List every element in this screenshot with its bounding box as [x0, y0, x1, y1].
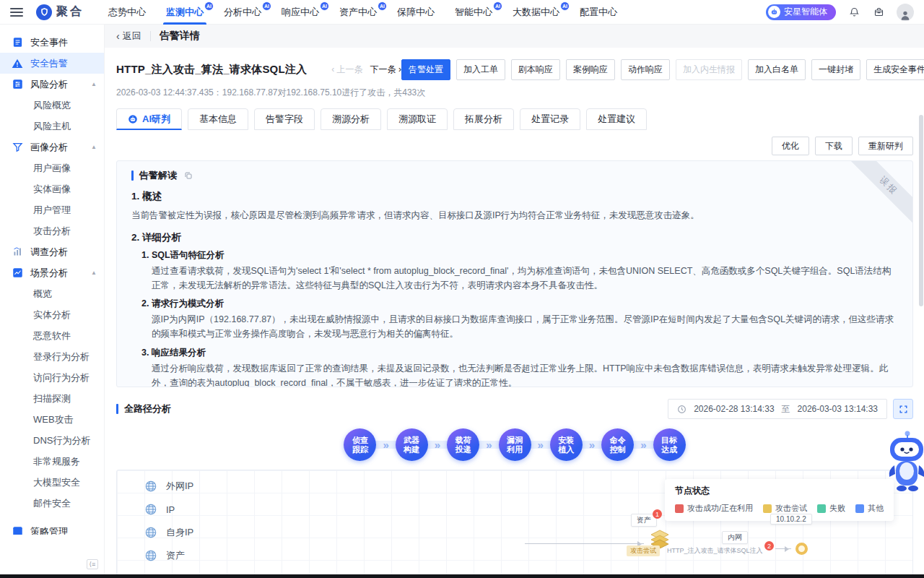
chevrons-right-icon: » — [486, 439, 492, 451]
tab-alert-fields[interactable]: 告警字段 — [254, 108, 315, 130]
sidebar-item-unusual-service[interactable]: 非常规服务 — [0, 451, 104, 472]
nav-analysis-center[interactable]: 分析中心AI — [224, 0, 261, 25]
kill-chain-install[interactable]: 安装植入 — [550, 428, 583, 461]
agent-pill-label: 安星智能体 — [784, 6, 827, 18]
sidebar-item-login-behavior[interactable]: 登录行为分析 — [0, 346, 104, 367]
nav-intelligence-center[interactable]: 智能中心AI — [455, 0, 492, 25]
target-node[interactable] — [796, 543, 808, 555]
nav-config-center[interactable]: 配置中心 — [580, 0, 617, 25]
sidebar-item-risk-overview[interactable]: 风险概览 — [0, 95, 104, 116]
ai-badge: AI — [493, 1, 502, 11]
sidebar-item-user-management[interactable]: 用户管理 — [0, 199, 104, 220]
sidebar-item-access-behavior[interactable]: 访问行为分析 — [0, 367, 104, 388]
optimize-button[interactable]: 优化 — [772, 137, 809, 155]
create-incident-button[interactable]: 生成安全事件 — [866, 59, 924, 80]
chevrons-right-icon: » — [538, 439, 544, 451]
sidebar-item-partial[interactable]: 策略管理 — [0, 525, 104, 535]
attack-path-graph[interactable]: 外网IP IP 自身IP 资产 节点状态 — [116, 470, 913, 578]
main-content: ‹返回 告警详情 HTTP_注入攻击_算法_请求体SQL注入 ‹ 上一条 下一条… — [105, 25, 924, 578]
chevron-up-icon: ▲ — [91, 81, 97, 87]
tab-trace-forensics[interactable]: 溯源取证 — [387, 108, 448, 130]
sidebar-item-overview[interactable]: 概览 — [0, 283, 104, 304]
sidebar-item-profile-analysis[interactable]: 画像分析▲ — [0, 137, 104, 158]
sidebar-item-scan-detection[interactable]: 扫描探测 — [0, 388, 104, 409]
chevron-up-icon: ▲ — [91, 144, 97, 150]
overview-body: 当前告警被定性为误报，核心原因是尽管检测到高频异常请求，但请求内容、目标接口及源… — [131, 208, 897, 223]
sidebar-item-security-alerts[interactable]: 安全告警 — [0, 53, 104, 74]
breadcrumb: ‹返回 告警详情 — [105, 25, 924, 48]
graph-node-tag[interactable]: 资产1 — [631, 514, 657, 527]
download-button[interactable]: 下载 — [815, 137, 853, 155]
count-badge: 2 — [764, 541, 774, 551]
hamburger-menu-icon[interactable] — [10, 8, 23, 17]
add-whitelist-button[interactable]: 加入白名单 — [748, 59, 806, 80]
notification-bell-icon[interactable] — [847, 6, 860, 19]
date-range-picker[interactable]: 2026-02-28 13:14:33 至 2026-03-03 13:14:3… — [668, 399, 887, 419]
nav-guarantee-center[interactable]: 保障中心 — [397, 0, 435, 25]
tab-basic-info[interactable]: 基本信息 — [188, 108, 248, 130]
graph-edge-label: HTTP_注入攻击_请求体SQL注入 — [667, 546, 763, 556]
legend-swatch — [763, 504, 772, 513]
ai-badge: AI — [378, 1, 387, 11]
copy-icon[interactable] — [184, 171, 193, 180]
sidebar-item-entity-profile[interactable]: 实体画像 — [0, 178, 104, 199]
tab-extended-analysis[interactable]: 拓展分析 — [453, 108, 514, 130]
next-alert-button[interactable]: 下一条 › — [370, 64, 401, 76]
action-response-button[interactable]: 动作响应 — [621, 59, 670, 80]
prev-alert-button[interactable]: ‹ 上一条 — [331, 64, 362, 76]
kill-chain-delivery[interactable]: 载荷投递 — [447, 428, 479, 461]
sidebar-item-web-attack[interactable]: WEB攻击 — [0, 409, 104, 430]
kill-chain-recon[interactable]: 侦查跟踪 — [344, 428, 376, 461]
ai-badge: AI — [204, 1, 214, 11]
assistant-mascot[interactable] — [886, 428, 924, 503]
globe-icon — [144, 480, 157, 493]
kill-chain-objective[interactable]: 目标达成 — [653, 428, 686, 461]
handle-alert-button[interactable]: 告警处置 — [401, 59, 450, 80]
add-to-ticket-button[interactable]: 加入工单 — [456, 59, 505, 80]
legend-item: 攻击尝试 — [763, 503, 807, 514]
kill-chain-exploit[interactable]: 漏洞利用 — [499, 428, 531, 461]
sidebar-item-entity-analysis[interactable]: 实体分析 — [0, 304, 104, 325]
sidebar-item-scenario-analysis[interactable]: 场景分析▲ — [0, 262, 104, 283]
risk-analysis-icon — [12, 79, 23, 90]
tab-disposal-advice[interactable]: 处置建议 — [586, 108, 647, 130]
one-click-block-button[interactable]: 一键封堵 — [811, 59, 860, 80]
tab-trace-analysis[interactable]: 溯源分析 — [321, 108, 381, 130]
back-button[interactable]: ‹返回 — [116, 30, 141, 43]
sidebar-item-security-events[interactable]: 安全事件 — [0, 32, 104, 53]
sidebar-item-email-security[interactable]: 邮件安全 — [0, 493, 104, 514]
sidebar-collapse-button[interactable]: ⟨≡ — [87, 559, 98, 569]
fullscreen-button[interactable] — [893, 399, 913, 419]
app-box-icon[interactable] — [872, 6, 885, 19]
nav-response-center[interactable]: 响应中心AI — [282, 0, 319, 25]
kill-chain-weaponize[interactable]: 武器构建 — [396, 428, 428, 461]
sidebar-item-malware[interactable]: 恶意软件 — [0, 325, 104, 346]
security-platform-app: 聚合 态势中心 监测中心AI 分析中心AI 响应中心AI 资产中心AI 保障中心… — [0, 0, 924, 578]
scrollbar-thumb[interactable] — [919, 115, 923, 306]
sidebar-item-attack-analysis[interactable]: 攻击分析 — [0, 220, 104, 241]
ai-agent-button[interactable]: 安星智能体 — [766, 4, 836, 20]
graph-node-tag[interactable]: 10.10.2.2 — [770, 514, 812, 525]
sidebar-item-dns-behavior[interactable]: DNS行为分析 — [0, 430, 104, 451]
sidebar-item-investigation[interactable]: 调查分析 — [0, 241, 104, 262]
nav-asset-center[interactable]: 资产中心AI — [339, 0, 377, 25]
user-avatar[interactable] — [897, 4, 914, 21]
sidebar-item-llm-security[interactable]: 大模型安全 — [0, 472, 104, 493]
case-response-button[interactable]: 案例响应 — [566, 59, 615, 80]
count-badge: 1 — [653, 509, 662, 519]
chevrons-right-icon: » — [640, 439, 646, 451]
sidebar-item-risk-analysis[interactable]: 风险分析▲ — [0, 74, 104, 95]
sidebar-item-user-profile[interactable]: 用户画像 — [0, 158, 104, 178]
legend-swatch — [675, 504, 684, 513]
rejudge-button[interactable]: 重新研判 — [858, 137, 913, 155]
nav-bigdata-center[interactable]: 大数据中心AI — [513, 0, 559, 25]
tab-disposal-records[interactable]: 处置记录 — [520, 108, 580, 130]
globe-icon — [144, 549, 157, 562]
nav-monitor-center[interactable]: 监测中心AI — [166, 0, 204, 25]
nav-situation-center[interactable]: 态势中心 — [108, 0, 146, 25]
sidebar-item-risk-hosts[interactable]: 风险主机 — [0, 116, 104, 137]
chevron-up-icon: ▲ — [91, 269, 97, 276]
playbook-response-button[interactable]: 剧本响应 — [511, 59, 560, 80]
kill-chain-c2[interactable]: 命令控制 — [601, 428, 634, 461]
tab-ai-judgment[interactable]: AI研判 — [116, 108, 182, 130]
